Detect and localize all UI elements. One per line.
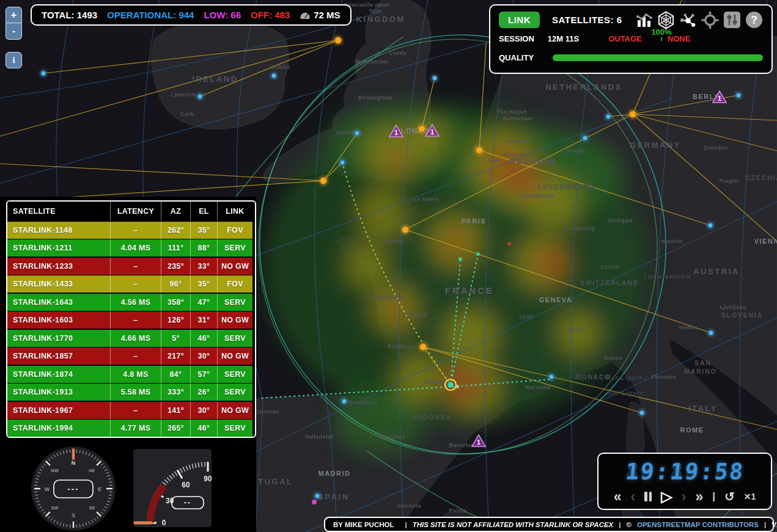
map-label: Manchester: [356, 59, 389, 65]
col-satellite: SATELLITE: [7, 202, 110, 220]
satellite-cell: NO GW: [217, 258, 252, 275]
table-row-starlink-1913[interactable]: STARLINK-19135.58 MS333°26°SERV: [7, 384, 255, 401]
table-row-starlink-1148[interactable]: STARLINK-1148–262°35°FOV: [7, 222, 255, 239]
map-label: Newcastle upon: [344, 2, 389, 8]
satellite-name: STARLINK-1211: [7, 239, 110, 257]
step-back-button[interactable]: ‹: [631, 490, 636, 504]
copyright-icon: ©: [627, 521, 632, 528]
map-label: LIECHTENSTEIN: [644, 274, 691, 280]
satellite-dot[interactable]: [355, 131, 359, 136]
osm-attribution-link[interactable]: OPENSTREETMAP CONTRIBUTORS: [637, 521, 759, 528]
satellite-dot[interactable]: [708, 223, 713, 228]
satellite-cell: NO GW: [217, 312, 252, 329]
constellation-stats-bar: TOTAL: 1493 OPERATIONAL: 944 LOW: 66 OFF…: [31, 4, 352, 26]
gateway-dot[interactable]: [476, 147, 483, 154]
satellite-dot[interactable]: [432, 76, 437, 81]
elevation-value: --: [184, 498, 191, 507]
table-row-starlink-1603[interactable]: STARLINK-1603–126°31°NO GW: [7, 312, 255, 329]
satellite-dot[interactable]: [583, 136, 587, 140]
col-el: EL: [190, 202, 217, 220]
satellite-dot[interactable]: [606, 114, 611, 119]
crosshair-icon[interactable]: [701, 11, 719, 29]
satellite-dot[interactable]: [639, 410, 644, 415]
satellite-cell: 88°: [190, 239, 217, 257]
map-label: Valencia: [397, 503, 421, 509]
compass-gauge: NNEESESSWWNW ---: [31, 446, 116, 531]
satellite-dot[interactable]: [41, 71, 46, 76]
event-dot[interactable]: [312, 500, 317, 505]
pause-button[interactable]: [644, 492, 652, 501]
table-row-starlink-1874[interactable]: STARLINK-18744.8 MS84°57°SERV: [7, 366, 255, 383]
gateway-dot[interactable]: [419, 126, 425, 133]
satellite-name: STARLINK-1857: [7, 348, 110, 365]
filters-icon[interactable]: [723, 11, 741, 29]
table-row-starlink-1857[interactable]: STARLINK-1857–217°30°NO GW: [7, 348, 255, 365]
table-row-starlink-1967[interactable]: STARLINK-1967–141°30°NO GW: [7, 402, 255, 419]
statistics-icon[interactable]: [635, 11, 653, 29]
satellite-dot[interactable]: [549, 374, 554, 379]
reset-time-icon[interactable]: ↺: [724, 490, 735, 503]
table-row-starlink-1211[interactable]: STARLINK-12114.04 MS111°88°SERV: [7, 239, 255, 257]
user-terminal-dot[interactable]: [448, 382, 454, 388]
link-button[interactable]: LINK: [499, 12, 540, 28]
compass-cardinal: NW: [51, 468, 59, 473]
zoom-in-button[interactable]: +: [6, 7, 22, 23]
table-row-starlink-1233[interactable]: STARLINK-1233–235°33°NO GW: [7, 258, 255, 275]
satellite-dot[interactable]: [342, 399, 347, 404]
map-label: Venice: [679, 324, 698, 330]
table-row-starlink-1994[interactable]: STARLINK-19944.77 MS265°46°SERV: [7, 420, 255, 437]
event-dot[interactable]: [508, 242, 511, 246]
satellite-cell: SERV: [217, 239, 252, 257]
gateway-dot[interactable]: [335, 37, 342, 44]
gateway-dot[interactable]: [630, 111, 636, 118]
satellite-cell: 46°: [190, 330, 217, 347]
col-link: LINK: [217, 202, 252, 220]
map-label: Pamplona: [349, 399, 378, 406]
alert-count: 1: [394, 129, 398, 136]
web-icon[interactable]: [657, 11, 675, 29]
satellite-cell: 30°: [190, 348, 217, 365]
satellite-cell: –: [110, 258, 161, 275]
fast-rewind-button[interactable]: «: [614, 490, 622, 504]
satellite-cell: 217°: [161, 348, 190, 365]
network-icon[interactable]: [679, 11, 697, 29]
table-row-starlink-1433[interactable]: STARLINK-1433–96°35°FOV: [7, 275, 255, 293]
satellite-cell: 141°: [161, 402, 190, 419]
satellite-cell: 35°: [190, 222, 217, 239]
map-label: Rennes: [383, 238, 405, 244]
satellite-cell: 4.66 MS: [110, 330, 161, 347]
map-label: AUSTRIA: [693, 267, 739, 276]
fov-marker[interactable]: [477, 253, 480, 256]
map-label: Marseille: [525, 384, 551, 390]
footer-separator: |: [619, 521, 620, 528]
info-button[interactable]: i: [6, 52, 22, 68]
satellite-dot[interactable]: [709, 330, 713, 335]
satellite-dot[interactable]: [197, 94, 202, 99]
satellite-dot[interactable]: [271, 73, 276, 78]
footer-separator: |: [405, 521, 407, 528]
satellite-cell: 111°: [161, 239, 190, 257]
map-label: Strasbourg: [563, 225, 595, 231]
map-label: SPAIN: [318, 492, 349, 501]
map-label: Tyne: [369, 8, 382, 14]
satellite-dot[interactable]: [736, 93, 741, 98]
satellite-cell: SERV: [217, 294, 252, 311]
table-row-starlink-1770[interactable]: STARLINK-17704.66 MS5°46°SERV: [7, 330, 255, 347]
play-button[interactable]: ▷: [661, 489, 672, 504]
fov-marker[interactable]: [459, 258, 462, 261]
step-forward-button[interactable]: ›: [682, 490, 687, 504]
gateway-dot[interactable]: [402, 227, 409, 233]
satellite-dot[interactable]: [340, 160, 345, 165]
satellite-cell: 265°: [161, 420, 190, 437]
speed-multiplier-button[interactable]: ✕1: [744, 492, 756, 501]
gateway-dot[interactable]: [320, 178, 327, 184]
zoom-out-button[interactable]: -: [6, 23, 22, 40]
gateway-dot[interactable]: [420, 344, 427, 351]
map-label: Zaragoza: [379, 434, 405, 440]
table-row-starlink-1643[interactable]: STARLINK-16434.56 MS358°47°SERV: [7, 294, 255, 311]
compass-cardinal: N: [72, 460, 76, 466]
help-icon[interactable]: ?: [745, 11, 763, 29]
satellite-dot[interactable]: [315, 494, 320, 498]
map-label: Stuttgart: [607, 217, 632, 224]
fast-forward-button[interactable]: »: [695, 490, 703, 504]
